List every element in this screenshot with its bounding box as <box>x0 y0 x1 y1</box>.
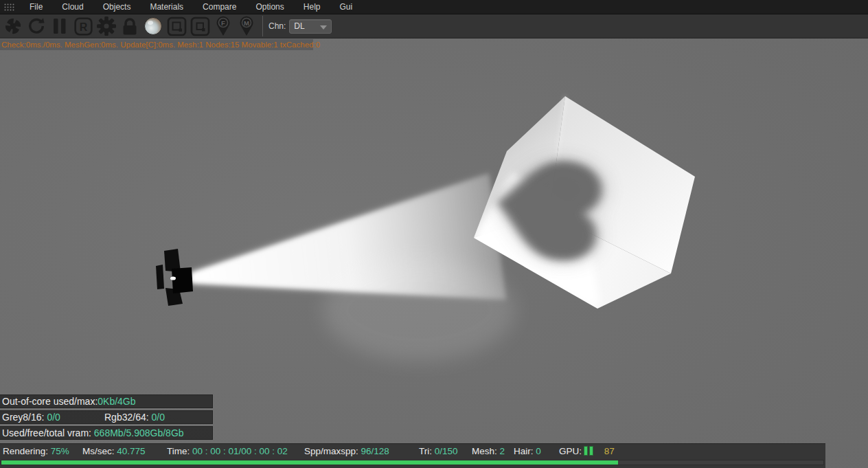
material-letter: M <box>244 19 249 27</box>
channel-dropdown[interactable]: DL <box>289 19 332 34</box>
channel-label: Chn: <box>269 21 286 31</box>
chevron-down-icon <box>320 25 327 30</box>
rendering-stat: Rendering: 75% <box>3 446 69 456</box>
out-of-core-label: Out-of-core used/max: <box>2 396 98 407</box>
material-picker-icon[interactable]: M <box>236 16 257 36</box>
mesh-stat: Mesh: 2 <box>472 446 505 456</box>
scene-status-line: Check:0ms./0ms. MeshGen:0ms. Update[C]:0… <box>0 39 313 50</box>
tri-stat: Tri: 0/150 <box>419 446 458 456</box>
restart-render-icon[interactable] <box>26 16 47 36</box>
toolbar-separator <box>262 16 263 36</box>
spp-stat: Spp/maxspp: 96/128 <box>304 446 389 456</box>
vram-value: 668Mb/5.908Gb/8Gb <box>94 427 184 438</box>
focus-picker-icon[interactable]: F <box>213 16 233 36</box>
vram-label: Used/free/total vram: <box>2 427 94 438</box>
hair-stat: Hair: 0 <box>514 446 541 456</box>
menu-item-file[interactable]: File <box>20 0 52 14</box>
channel-value: DL <box>294 21 304 31</box>
gpu-meter-icon <box>584 446 595 458</box>
gpu-stat: GPU: 87 <box>559 446 615 458</box>
pause-render-icon[interactable] <box>49 16 70 36</box>
rgb-value: 0/0 <box>152 412 165 423</box>
menu-item-gui[interactable]: Gui <box>330 0 362 14</box>
render-progress-track <box>1 460 824 465</box>
time-stat: Time: 00 : 00 : 01/00 : 00 : 02 <box>167 446 288 456</box>
octane-logo-icon[interactable] <box>3 16 23 36</box>
render-status-bar: Rendering: 75% Ms/sec: 40.775 Time: 00 :… <box>0 443 825 468</box>
mssec-stat: Ms/sec: 40.775 <box>82 446 146 456</box>
rgb-label: Rgb32/64: <box>104 412 152 423</box>
vram-stats: Used/free/total vram: 668Mb/5.908Gb/8Gb <box>0 426 213 440</box>
menu-item-options[interactable]: Options <box>246 0 293 14</box>
reset-render-icon[interactable]: R <box>73 16 93 36</box>
menu-item-compare[interactable]: Compare <box>193 0 246 14</box>
grip-icon[interactable] <box>4 3 14 11</box>
gpu-temperature: 87 <box>604 446 615 456</box>
kernel-settings-icon[interactable] <box>96 16 117 36</box>
out-of-core-value: 0Kb/4Gb <box>98 396 135 407</box>
reset-letter: R <box>79 21 87 32</box>
render-viewport[interactable]: Check:0ms./0ms. MeshGen:0ms. Update[C]:0… <box>0 38 868 468</box>
render-progress-fill <box>1 460 618 465</box>
menu-item-help[interactable]: Help <box>294 0 330 14</box>
focus-letter: F <box>221 19 225 27</box>
render-region-icon[interactable] <box>166 16 187 36</box>
toolbar: R <box>0 14 868 38</box>
out-of-core-stats: Out-of-core used/max:0Kb/4Gb <box>0 394 213 408</box>
menu-bar: File Cloud Objects Materials Compare Opt… <box>0 0 868 14</box>
menu-item-objects[interactable]: Objects <box>93 0 141 14</box>
material-preview-icon[interactable] <box>143 16 163 36</box>
octane-render-window: File Cloud Objects Materials Compare Opt… <box>0 0 868 468</box>
menu-item-cloud[interactable]: Cloud <box>52 0 93 14</box>
grey-label: Grey8/16: <box>2 412 47 423</box>
lock-camera-icon[interactable] <box>119 16 140 36</box>
menu-item-materials[interactable]: Materials <box>140 0 193 14</box>
pick-region-icon[interactable] <box>190 16 210 36</box>
grey-value: 0/0 <box>47 412 60 423</box>
texture-stats: Grey8/16: 0/0 Rgb32/64: 0/0 <box>0 410 213 424</box>
